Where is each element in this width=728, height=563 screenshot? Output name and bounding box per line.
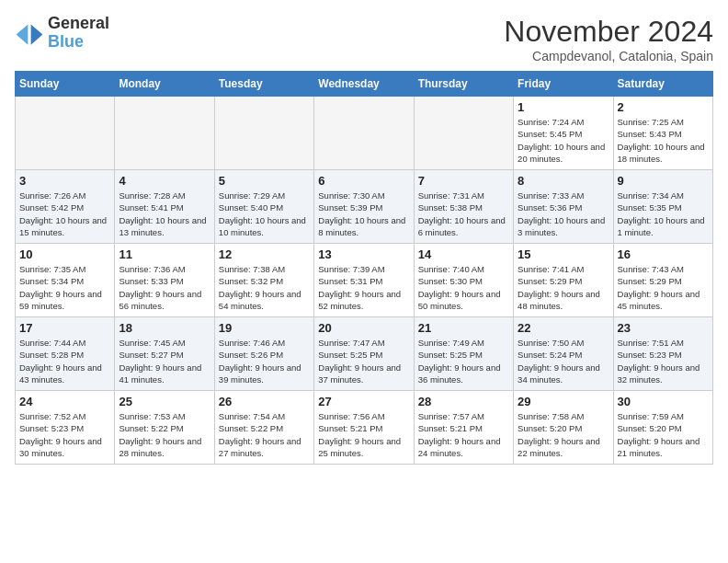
day-number: 24 bbox=[19, 395, 110, 408]
day-number: 8 bbox=[518, 174, 609, 188]
week-row-1: 1Sunrise: 7:24 AM Sunset: 5:45 PM Daylig… bbox=[16, 97, 713, 170]
day-number: 14 bbox=[418, 247, 509, 261]
weekday-header-monday: Monday bbox=[115, 72, 214, 97]
day-cell bbox=[314, 97, 414, 170]
day-number: 27 bbox=[318, 395, 409, 408]
day-cell: 23Sunrise: 7:51 AM Sunset: 5:23 PM Dayli… bbox=[613, 317, 712, 391]
day-info: Sunrise: 7:46 AM Sunset: 5:26 PM Dayligh… bbox=[219, 337, 310, 385]
day-cell bbox=[214, 97, 313, 170]
day-cell: 11Sunrise: 7:36 AM Sunset: 5:33 PM Dayli… bbox=[115, 244, 214, 317]
month-title: November 2024 bbox=[504, 15, 713, 49]
day-info: Sunrise: 7:47 AM Sunset: 5:25 PM Dayligh… bbox=[318, 337, 409, 385]
day-number: 11 bbox=[119, 247, 210, 261]
day-number: 5 bbox=[219, 174, 310, 188]
day-cell: 30Sunrise: 7:59 AM Sunset: 5:20 PM Dayli… bbox=[613, 391, 712, 465]
day-number: 2 bbox=[618, 100, 709, 114]
day-number: 7 bbox=[418, 174, 509, 188]
logo-icon bbox=[15, 18, 44, 48]
day-number: 19 bbox=[219, 321, 310, 335]
day-info: Sunrise: 7:35 AM Sunset: 5:34 PM Dayligh… bbox=[19, 263, 110, 312]
day-number: 23 bbox=[618, 321, 709, 335]
day-info: Sunrise: 7:50 AM Sunset: 5:24 PM Dayligh… bbox=[518, 337, 609, 385]
weekday-header-sunday: Sunday bbox=[16, 72, 115, 97]
day-number: 21 bbox=[418, 321, 509, 335]
day-cell: 25Sunrise: 7:53 AM Sunset: 5:22 PM Dayli… bbox=[115, 391, 214, 465]
day-info: Sunrise: 7:53 AM Sunset: 5:22 PM Dayligh… bbox=[119, 410, 210, 459]
day-info: Sunrise: 7:40 AM Sunset: 5:30 PM Dayligh… bbox=[418, 263, 509, 312]
day-info: Sunrise: 7:30 AM Sunset: 5:39 PM Dayligh… bbox=[318, 190, 409, 238]
day-number: 17 bbox=[19, 321, 110, 335]
day-cell: 15Sunrise: 7:41 AM Sunset: 5:29 PM Dayli… bbox=[514, 244, 613, 317]
day-cell: 18Sunrise: 7:45 AM Sunset: 5:27 PM Dayli… bbox=[115, 317, 214, 391]
day-cell: 16Sunrise: 7:43 AM Sunset: 5:29 PM Dayli… bbox=[613, 244, 712, 317]
day-number: 25 bbox=[119, 395, 210, 408]
weekday-header-tuesday: Tuesday bbox=[214, 72, 313, 97]
day-info: Sunrise: 7:29 AM Sunset: 5:40 PM Dayligh… bbox=[219, 190, 310, 238]
day-number: 9 bbox=[618, 174, 709, 188]
svg-marker-1 bbox=[17, 24, 28, 44]
day-cell: 4Sunrise: 7:28 AM Sunset: 5:41 PM Daylig… bbox=[115, 170, 214, 244]
day-cell: 21Sunrise: 7:49 AM Sunset: 5:25 PM Dayli… bbox=[414, 317, 513, 391]
day-number: 15 bbox=[518, 247, 609, 261]
day-cell: 19Sunrise: 7:46 AM Sunset: 5:26 PM Dayli… bbox=[214, 317, 313, 391]
day-cell: 2Sunrise: 7:25 AM Sunset: 5:43 PM Daylig… bbox=[613, 97, 712, 170]
day-info: Sunrise: 7:59 AM Sunset: 5:20 PM Dayligh… bbox=[618, 410, 709, 459]
day-cell: 5Sunrise: 7:29 AM Sunset: 5:40 PM Daylig… bbox=[214, 170, 313, 244]
day-number: 20 bbox=[318, 321, 409, 335]
title-block: November 2024 Campdevanol, Catalonia, Sp… bbox=[504, 15, 713, 63]
day-cell: 24Sunrise: 7:52 AM Sunset: 5:23 PM Dayli… bbox=[16, 391, 115, 465]
day-info: Sunrise: 7:51 AM Sunset: 5:23 PM Dayligh… bbox=[618, 337, 709, 385]
day-cell: 20Sunrise: 7:47 AM Sunset: 5:25 PM Dayli… bbox=[314, 317, 414, 391]
day-info: Sunrise: 7:44 AM Sunset: 5:28 PM Dayligh… bbox=[19, 337, 110, 385]
day-info: Sunrise: 7:26 AM Sunset: 5:42 PM Dayligh… bbox=[19, 190, 110, 238]
day-number: 22 bbox=[518, 321, 609, 335]
week-row-3: 10Sunrise: 7:35 AM Sunset: 5:34 PM Dayli… bbox=[16, 244, 713, 317]
calendar-table: SundayMondayTuesdayWednesdayThursdayFrid… bbox=[15, 71, 713, 465]
day-info: Sunrise: 7:58 AM Sunset: 5:20 PM Dayligh… bbox=[518, 410, 609, 459]
day-number: 4 bbox=[119, 174, 210, 188]
day-cell: 7Sunrise: 7:31 AM Sunset: 5:38 PM Daylig… bbox=[414, 170, 513, 244]
weekday-header-thursday: Thursday bbox=[414, 72, 513, 97]
page-header: General Blue November 2024 Campdevanol, … bbox=[15, 15, 713, 63]
day-number: 10 bbox=[19, 247, 110, 261]
day-cell: 27Sunrise: 7:56 AM Sunset: 5:21 PM Dayli… bbox=[314, 391, 414, 465]
day-number: 30 bbox=[618, 395, 709, 408]
logo: General Blue bbox=[15, 15, 109, 52]
day-cell: 10Sunrise: 7:35 AM Sunset: 5:34 PM Dayli… bbox=[16, 244, 115, 317]
day-number: 29 bbox=[518, 395, 609, 408]
day-number: 12 bbox=[219, 247, 310, 261]
day-cell bbox=[16, 97, 115, 170]
day-info: Sunrise: 7:52 AM Sunset: 5:23 PM Dayligh… bbox=[19, 410, 110, 459]
day-number: 18 bbox=[119, 321, 210, 335]
day-number: 13 bbox=[318, 247, 409, 261]
day-cell bbox=[115, 97, 214, 170]
location: Campdevanol, Catalonia, Spain bbox=[504, 49, 713, 63]
day-info: Sunrise: 7:49 AM Sunset: 5:25 PM Dayligh… bbox=[418, 337, 509, 385]
day-info: Sunrise: 7:34 AM Sunset: 5:35 PM Dayligh… bbox=[618, 190, 709, 238]
weekday-header-friday: Friday bbox=[514, 72, 613, 97]
week-row-5: 24Sunrise: 7:52 AM Sunset: 5:23 PM Dayli… bbox=[16, 391, 713, 465]
week-row-4: 17Sunrise: 7:44 AM Sunset: 5:28 PM Dayli… bbox=[16, 317, 713, 391]
day-info: Sunrise: 7:28 AM Sunset: 5:41 PM Dayligh… bbox=[119, 190, 210, 238]
day-info: Sunrise: 7:45 AM Sunset: 5:27 PM Dayligh… bbox=[119, 337, 210, 385]
day-cell: 6Sunrise: 7:30 AM Sunset: 5:39 PM Daylig… bbox=[314, 170, 414, 244]
day-cell: 29Sunrise: 7:58 AM Sunset: 5:20 PM Dayli… bbox=[514, 391, 613, 465]
day-info: Sunrise: 7:39 AM Sunset: 5:31 PM Dayligh… bbox=[318, 263, 409, 312]
day-number: 26 bbox=[219, 395, 310, 408]
day-cell: 14Sunrise: 7:40 AM Sunset: 5:30 PM Dayli… bbox=[414, 244, 513, 317]
weekday-header-row: SundayMondayTuesdayWednesdayThursdayFrid… bbox=[16, 72, 713, 97]
weekday-header-wednesday: Wednesday bbox=[314, 72, 414, 97]
day-cell: 26Sunrise: 7:54 AM Sunset: 5:22 PM Dayli… bbox=[214, 391, 313, 465]
day-number: 1 bbox=[518, 100, 609, 114]
day-info: Sunrise: 7:56 AM Sunset: 5:21 PM Dayligh… bbox=[318, 410, 409, 459]
day-number: 6 bbox=[318, 174, 409, 188]
week-row-2: 3Sunrise: 7:26 AM Sunset: 5:42 PM Daylig… bbox=[16, 170, 713, 244]
logo-text: General Blue bbox=[48, 15, 109, 52]
day-number: 28 bbox=[418, 395, 509, 408]
day-info: Sunrise: 7:38 AM Sunset: 5:32 PM Dayligh… bbox=[219, 263, 310, 312]
day-cell bbox=[414, 97, 513, 170]
day-cell: 9Sunrise: 7:34 AM Sunset: 5:35 PM Daylig… bbox=[613, 170, 712, 244]
day-cell: 8Sunrise: 7:33 AM Sunset: 5:36 PM Daylig… bbox=[514, 170, 613, 244]
day-cell: 28Sunrise: 7:57 AM Sunset: 5:21 PM Dayli… bbox=[414, 391, 513, 465]
day-info: Sunrise: 7:43 AM Sunset: 5:29 PM Dayligh… bbox=[618, 263, 709, 312]
